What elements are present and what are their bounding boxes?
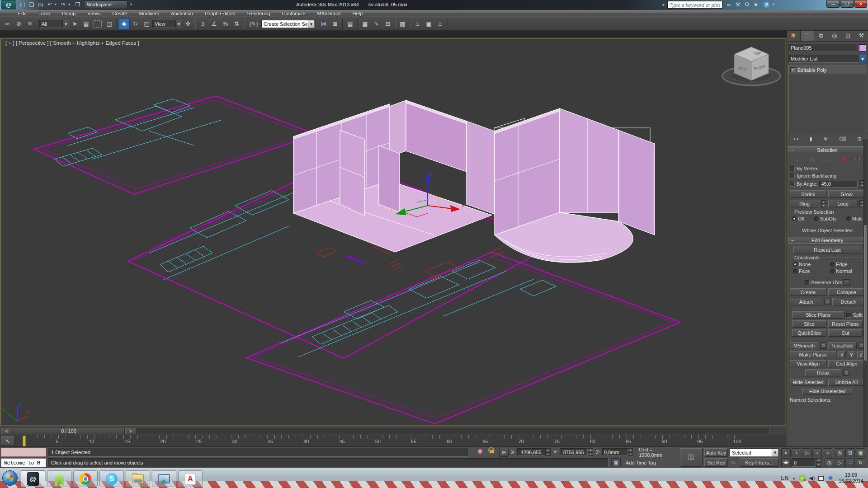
angle-snap-icon[interactable]: ∠	[208, 19, 220, 29]
network-tray-icon[interactable]	[818, 476, 824, 481]
menu-edit[interactable]: Edit	[18, 11, 27, 16]
object-color-swatch[interactable]	[859, 44, 866, 52]
menu-help[interactable]: Help	[353, 11, 363, 16]
field-of-view-button[interactable]: ▷	[835, 458, 844, 467]
rendered-frame-window-icon[interactable]: ▣	[423, 19, 434, 29]
preserve-uvs-settings-icon[interactable]: □	[844, 279, 850, 286]
by-angle-checkbox[interactable]	[790, 182, 795, 187]
constraint-none-radio[interactable]	[793, 262, 797, 267]
help-icon[interactable]: ?	[763, 1, 770, 8]
preview-subobj-radio[interactable]	[814, 216, 819, 221]
zoom-extents-button[interactable]: ▣	[856, 448, 865, 457]
selection-rollout-header[interactable]: − Selection	[788, 146, 867, 153]
menu-tools[interactable]: Tools	[38, 11, 50, 16]
attach-settings-icon[interactable]: □	[824, 299, 830, 305]
selection-set-combo[interactable]: Selected▾	[730, 448, 778, 457]
collapse-button[interactable]: Collapse	[828, 288, 865, 296]
app-menu-button[interactable]: @	[1, 0, 16, 9]
attach-button[interactable]: Attach	[790, 298, 822, 305]
y-spinner[interactable]: ▲▼	[588, 448, 593, 456]
isolate-selection-toggle-icon[interactable]: ▣	[611, 458, 621, 467]
constraint-face-radio[interactable]	[793, 269, 797, 273]
y-coordinate-field[interactable]: -8756,965	[560, 448, 588, 456]
snaps-toggle-icon[interactable]: 3	[197, 19, 208, 29]
modify-tab-icon[interactable]: ⌒	[800, 31, 815, 41]
grow-button[interactable]: Grow	[828, 190, 865, 198]
graphite-ribbon-icon[interactable]: ▦	[359, 19, 371, 29]
tray-expand-icon[interactable]: ▲	[792, 476, 796, 480]
start-button[interactable]	[0, 468, 20, 488]
menu-views[interactable]: Views	[87, 11, 100, 16]
auto-key-button[interactable]: Auto Key	[704, 448, 728, 457]
by-vertex-checkbox[interactable]	[790, 166, 795, 171]
search-go-icon[interactable]: ▸	[661, 0, 666, 9]
percent-snap-icon[interactable]: %	[220, 19, 231, 29]
zoom-button[interactable]: ◎	[835, 448, 844, 457]
dropbox-tray-icon[interactable]: ❖	[827, 474, 833, 482]
element-mode-icon[interactable]: ❒	[855, 156, 860, 163]
menu-create[interactable]: Create	[112, 11, 127, 16]
mini-curve-editor-button[interactable]: ∿	[1, 436, 14, 446]
configure-modifier-sets-icon[interactable]: ⊞	[857, 136, 861, 142]
search-binoculars-icon[interactable]: ∞	[724, 0, 733, 9]
tessellate-button[interactable]: Tessellate	[828, 342, 857, 349]
menu-maxscript[interactable]: MAXScript	[317, 11, 341, 16]
restore-button[interactable]: ❐	[840, 0, 854, 8]
maxscript-mini-listener[interactable]: Welcome to M	[1, 458, 46, 467]
shrink-button[interactable]: Shrink	[790, 190, 826, 198]
next-frame-button[interactable]: ›	[812, 448, 822, 457]
preview-off-radio[interactable]	[792, 216, 797, 221]
minimize-button[interactable]: —	[826, 0, 840, 8]
select-by-name-icon[interactable]: ▤	[80, 19, 92, 29]
menu-animation[interactable]: Animation	[171, 11, 193, 16]
next-frame-arrow[interactable]: >	[125, 428, 136, 434]
unlink-selection-icon[interactable]: ⊘	[13, 19, 24, 29]
relax-button[interactable]: Relax	[805, 369, 841, 376]
preview-multi-radio[interactable]	[846, 216, 851, 221]
create-tab-icon[interactable]: ✱	[787, 31, 800, 41]
antivirus-tray-icon[interactable]: ✕	[799, 475, 806, 482]
select-and-move-icon[interactable]: ✚	[118, 19, 130, 29]
make-planar-button[interactable]: Make Planar	[790, 351, 836, 358]
preserve-uvs-checkbox[interactable]	[805, 280, 810, 285]
key-mode-toggle-button[interactable]: ◀▶	[781, 458, 791, 467]
z-coordinate-field[interactable]: 0,0mm	[602, 448, 627, 456]
create-button[interactable]: Create	[790, 288, 826, 296]
modifier-stack[interactable]: + Editable Poly	[788, 66, 866, 133]
msmooth-button[interactable]: MSmooth	[790, 342, 818, 349]
frame-spinner[interactable]: ▲▼	[816, 458, 821, 467]
menu-graph-editors[interactable]: Graph Editors	[205, 11, 236, 16]
constraint-edge-radio[interactable]	[830, 262, 835, 267]
window-crossing-icon[interactable]: ◫	[104, 19, 115, 29]
taskbar-skype[interactable]: S	[99, 470, 124, 487]
viewport-scene[interactable]: [ + ] [ Perspective ] [ Smooth + Highlig…	[0, 31, 787, 427]
select-object-icon[interactable]: ➤	[69, 19, 80, 29]
open-file-icon[interactable]: ❏	[27, 0, 36, 9]
go-to-start-button[interactable]: «	[781, 448, 791, 457]
border-mode-icon[interactable]: ◡	[825, 156, 830, 163]
constraint-normal-radio[interactable]	[830, 269, 835, 273]
undo-dropdown-icon[interactable]: ▾	[53, 0, 58, 9]
current-frame-field[interactable]: 0	[792, 458, 816, 467]
remove-modifier-icon[interactable]: ⌫	[839, 136, 846, 142]
make-unique-icon[interactable]: Ψ	[824, 136, 828, 141]
edit-named-selection-sets-icon[interactable]: {✎}	[246, 19, 261, 29]
bind-to-space-warp-icon[interactable]: ≋	[24, 19, 36, 29]
planar-y-button[interactable]: Y	[848, 351, 855, 358]
time-slider-grip[interactable]: 0 / 100	[13, 428, 125, 434]
repeat-last-button[interactable]: Repeat Last	[793, 246, 861, 253]
x-coordinate-field[interactable]: -4286,655	[517, 448, 545, 456]
subscription-wrench-icon[interactable]: ⚒	[733, 0, 742, 9]
hide-unselected-button[interactable]: Hide Unselected	[802, 388, 852, 395]
hierarchy-tab-icon[interactable]: ⧉	[814, 31, 828, 41]
track-bar-ruler[interactable]: 0510 152025 303540 455055 606570 758085 …	[23, 435, 741, 447]
render-production-icon[interactable]: ♨	[434, 19, 446, 29]
material-editor-icon[interactable]: ▩	[397, 19, 408, 29]
slice-plane-button[interactable]: Slice Plane	[792, 311, 844, 319]
workspace-selector[interactable]: Workspace: Default	[84, 0, 127, 9]
undo-icon[interactable]: ↶	[45, 0, 54, 9]
reset-plane-button[interactable]: Reset Plane	[828, 320, 863, 328]
taskbar-image-viewer[interactable]	[152, 470, 176, 487]
select-and-rotate-icon[interactable]: ↻	[130, 19, 141, 29]
utilities-tab-icon[interactable]: ⚒	[854, 31, 868, 41]
